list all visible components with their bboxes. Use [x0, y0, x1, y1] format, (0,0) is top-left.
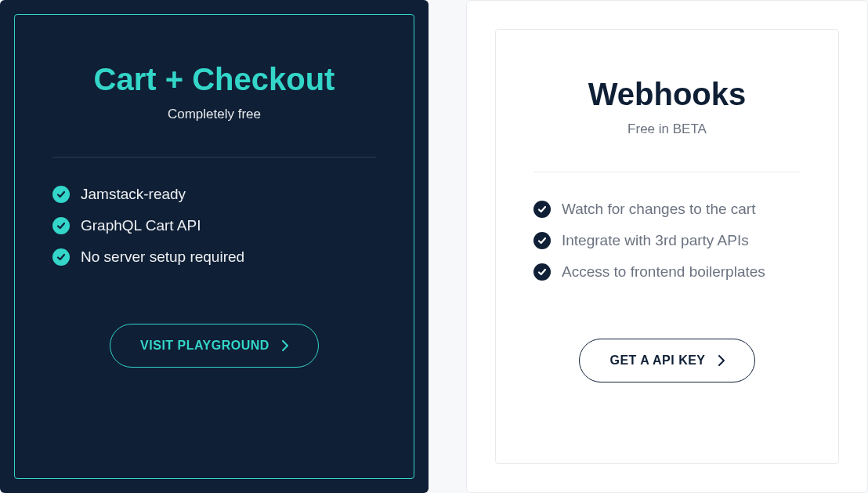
get-api-key-button[interactable]: GET A API KEY	[579, 339, 754, 382]
divider	[533, 172, 801, 172]
feature-label: Integrate with 3rd party APIs	[562, 232, 749, 249]
card-title: Cart + Checkout	[94, 62, 335, 97]
feature-item: Jamstack-ready	[52, 186, 376, 203]
pricing-card-webhooks: Webhooks Free in BETA Watch for changes …	[466, 0, 868, 493]
check-icon	[533, 201, 551, 218]
feature-list: Jamstack-ready GraphQL Cart API No serve…	[52, 186, 376, 280]
divider	[52, 157, 376, 158]
check-icon	[52, 186, 70, 203]
check-icon	[52, 217, 70, 234]
feature-list: Watch for changes to the cart Integrate …	[533, 201, 801, 295]
feature-item: GraphQL Cart API	[52, 217, 376, 234]
card-title: Webhooks	[588, 77, 747, 112]
feature-item: Integrate with 3rd party APIs	[533, 232, 801, 249]
feature-label: Watch for changes to the cart	[562, 201, 755, 218]
chevron-right-icon	[718, 355, 725, 366]
pricing-card-inner: Webhooks Free in BETA Watch for changes …	[495, 29, 839, 464]
feature-item: Watch for changes to the cart	[533, 201, 801, 218]
feature-label: Access to frontend boilerplates	[562, 263, 765, 281]
cta-label: GET A API KEY	[609, 353, 705, 368]
feature-label: Jamstack-ready	[81, 186, 186, 203]
check-icon	[52, 248, 70, 266]
feature-label: No server setup required	[81, 248, 244, 266]
feature-item: No server setup required	[52, 248, 376, 266]
feature-label: GraphQL Cart API	[81, 217, 201, 234]
cta-label: VISIT PLAYGROUND	[140, 339, 269, 353]
chevron-right-icon	[282, 340, 288, 351]
check-icon	[533, 263, 551, 281]
visit-playground-button[interactable]: VISIT PLAYGROUND	[110, 324, 319, 368]
check-icon	[533, 232, 551, 249]
pricing-card-inner: Cart + Checkout Completely free Jamstack…	[14, 14, 414, 479]
card-subtitle: Free in BETA	[627, 121, 707, 137]
card-subtitle: Completely free	[168, 107, 261, 122]
feature-item: Access to frontend boilerplates	[533, 263, 801, 281]
pricing-card-cart-checkout: Cart + Checkout Completely free Jamstack…	[0, 0, 429, 493]
